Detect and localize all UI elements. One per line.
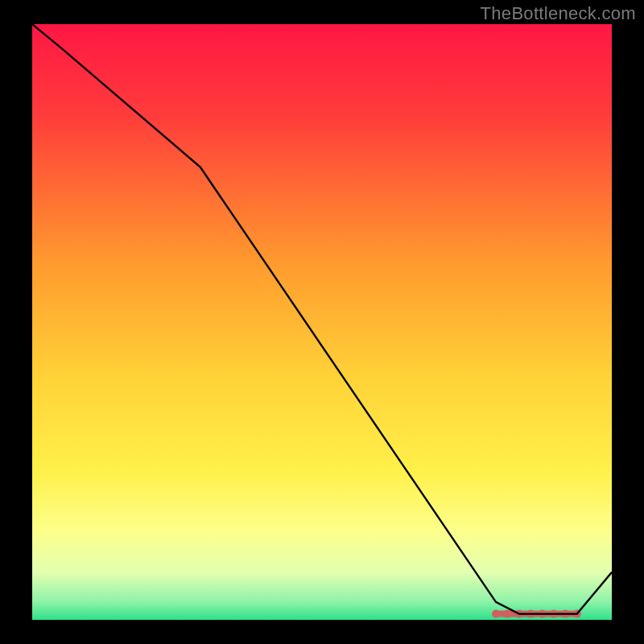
svg-point-1 — [503, 610, 511, 618]
chart-frame: TheBottleneck.com — [0, 0, 644, 644]
chart-plot-area — [32, 24, 612, 620]
svg-point-0 — [492, 610, 500, 618]
watermark-text: TheBottleneck.com — [481, 3, 636, 24]
chart-background-gradient — [32, 24, 612, 620]
chart-svg — [32, 24, 612, 620]
